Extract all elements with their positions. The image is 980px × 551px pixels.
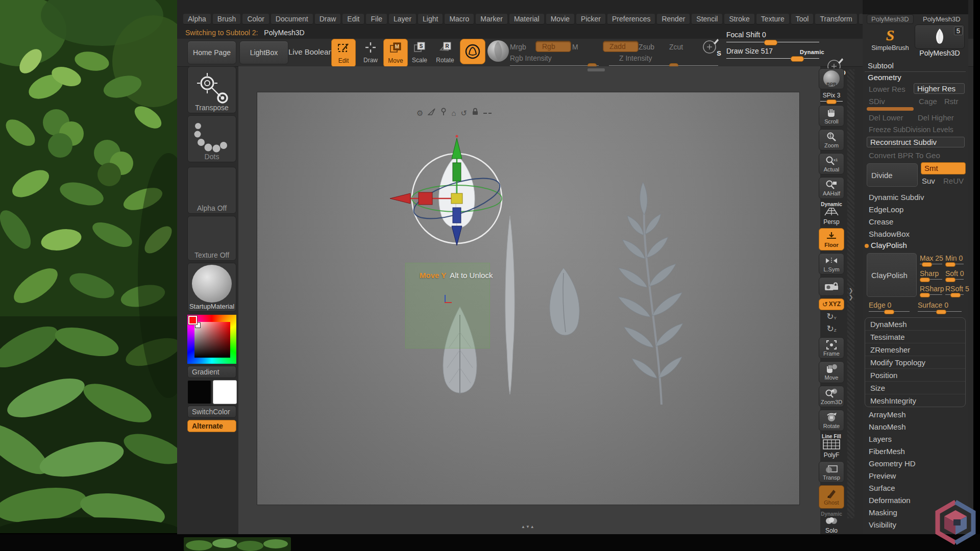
subtool-section-header[interactable]: Subtool — [868, 61, 894, 70]
geometry-tool-row[interactable]: ZRemesher — [865, 343, 965, 356]
gizmo-z-arrow[interactable] — [452, 226, 462, 245]
divide-button[interactable]: Divide — [867, 163, 918, 187]
draw-size-handle[interactable] — [791, 56, 804, 62]
alternate-button[interactable]: Alternate — [187, 420, 236, 432]
canvas-area[interactable]: ⚙ ⌂ ↺ — [238, 66, 820, 534]
menu-item[interactable]: Stencil — [692, 14, 722, 24]
rotate-y-button[interactable]: ↻Y — [826, 313, 837, 322]
local-symmetry-button[interactable]: L.Sym — [819, 253, 844, 274]
subpalette-row[interactable]: Surface — [863, 482, 968, 494]
tool-tab-1[interactable]: PolyMesh3D — [867, 14, 914, 24]
menu-item[interactable]: Tool — [791, 14, 814, 24]
menu-item[interactable]: Edit — [342, 14, 364, 24]
menu-item[interactable]: Preferences — [607, 14, 655, 24]
menu-item[interactable]: File — [366, 14, 387, 24]
zoom3d-button[interactable]: Zoom3D — [819, 386, 844, 407]
gizmo-center-handle[interactable] — [451, 193, 462, 204]
gizmo-y-arrow[interactable] — [452, 138, 462, 159]
convert-bpr-button[interactable]: Convert BPR To Geo — [869, 151, 940, 160]
subpalette-row[interactable]: NanoMesh — [863, 420, 968, 433]
bpr-button[interactable]: BPR — [819, 68, 844, 89]
hue-cursor[interactable] — [188, 316, 197, 324]
geometry-tool-row[interactable]: MeshIntegrity — [865, 394, 965, 407]
startup-material-tile[interactable]: StartupMaterial — [187, 263, 236, 312]
frame-button[interactable]: Frame — [819, 337, 844, 359]
focal-shift-slider[interactable] — [726, 42, 819, 42]
dynamic-draw-size-label[interactable]: Dynamic — [800, 49, 824, 55]
subsection-header[interactable]: Dynamic Subdiv — [863, 191, 968, 203]
del-lower-button[interactable]: Del Lower — [869, 113, 903, 122]
edge-slider[interactable] — [869, 311, 910, 312]
cp-max-slider[interactable] — [920, 264, 942, 264]
sdiv-slider[interactable] — [867, 107, 914, 111]
transp-button[interactable]: Transp — [819, 461, 844, 483]
surface-slider[interactable] — [918, 311, 962, 312]
leaf-blade[interactable] — [505, 216, 514, 394]
spix-handle[interactable] — [826, 99, 837, 104]
gizmo-x-handle[interactable] — [419, 192, 432, 205]
subsection-header[interactable]: Crease — [863, 215, 968, 228]
del-higher-button[interactable]: Del Higher — [918, 113, 954, 122]
gradient-button[interactable]: Gradient — [187, 366, 236, 378]
reuv-button[interactable]: ReUV — [943, 177, 964, 185]
canvas-scroll-arrows[interactable]: ▲▼▲ — [521, 524, 535, 529]
subpalette-row[interactable]: Layers — [863, 433, 968, 445]
menu-item[interactable]: Material — [509, 14, 544, 24]
live-boolean-button[interactable]: Live Boolean — [288, 47, 333, 56]
menu-item[interactable]: Stroke — [724, 14, 754, 24]
zcut-button[interactable]: Zcut — [669, 43, 683, 51]
mrgb-button[interactable]: Mrgb — [510, 43, 526, 51]
stroke-s-icon[interactable]: S — [702, 37, 720, 56]
geometry-tool-row[interactable]: Tessimate — [865, 330, 965, 343]
higher-res-button[interactable]: Higher Res — [914, 83, 965, 94]
rotate-z-button[interactable]: ↻Z — [826, 325, 836, 335]
edit-mode-button[interactable]: Edit — [331, 39, 356, 67]
zoom-button[interactable]: Zoom — [819, 129, 844, 151]
actual-button[interactable]: x1 Actual — [819, 153, 844, 174]
geometry-tool-row[interactable]: Modify Topology — [865, 356, 965, 368]
menu-item[interactable]: Texture — [756, 14, 789, 24]
menu-item[interactable]: Layer — [389, 14, 416, 24]
menu-item[interactable]: Movie — [546, 14, 574, 24]
cp-soft-slider[interactable] — [945, 279, 964, 280]
tool-tab-2[interactable]: PolyMesh3D — [923, 15, 961, 23]
zadd-button[interactable]: Zadd — [603, 41, 639, 52]
suv-button[interactable]: Suv — [922, 177, 935, 185]
switch-color-button[interactable]: SwitchColor — [187, 406, 236, 418]
aahalf-button[interactable]: AAHalf — [819, 177, 844, 198]
floor-button[interactable]: Floor — [819, 228, 844, 251]
solo-button[interactable]: Dynamic Solo — [821, 511, 842, 534]
subsection-header[interactable]: EdgeLoop — [863, 203, 968, 215]
menu-item[interactable]: Transform — [815, 14, 856, 24]
color-picker-sv[interactable] — [194, 322, 230, 358]
rstr-button[interactable]: Rstr — [944, 97, 959, 106]
gizmo-z-handle[interactable] — [453, 208, 461, 223]
menu-item[interactable]: Macro — [445, 14, 474, 24]
main-color-swatch[interactable] — [187, 380, 211, 404]
lightbox-button[interactable]: LightBox — [239, 41, 288, 64]
menu-item[interactable]: Light — [418, 14, 443, 24]
menu-item[interactable]: Alpha — [183, 14, 211, 24]
geometry-tool-row[interactable]: DynaMesh — [865, 318, 965, 330]
reconstruct-subdiv-button[interactable]: Reconstruct Subdiv — [867, 137, 965, 147]
zsub-button[interactable]: Zsub — [639, 43, 654, 51]
smt-button[interactable]: Smt — [921, 162, 966, 174]
cp-sharp-slider[interactable] — [920, 279, 942, 280]
freeze-subdiv-button[interactable]: Freeze SubDivision Levels — [869, 126, 953, 134]
spix-slider[interactable]: SPix 3 — [820, 92, 843, 103]
cp-rsoft-slider[interactable] — [945, 294, 964, 295]
claypolish-button[interactable]: ClayPolish — [867, 253, 917, 297]
rgb-intensity-slider[interactable] — [510, 65, 599, 66]
menu-item[interactable]: Render — [657, 14, 690, 24]
gizmo-x-arrow[interactable] — [390, 193, 410, 204]
lower-res-button[interactable]: Lower Res — [869, 85, 905, 93]
shelf-scrollbar[interactable]: ❯❯ — [847, 69, 854, 518]
persp-button[interactable]: Dynamic Persp — [821, 202, 842, 226]
focal-shift-handle[interactable] — [764, 40, 777, 45]
leaf-branch[interactable] — [616, 182, 685, 405]
current-tool-tile[interactable]: 5 PolyMesh3D — [915, 24, 965, 57]
material-sphere-button[interactable] — [487, 40, 509, 62]
rgb-button[interactable]: Rgb — [535, 41, 571, 52]
subpalette-row[interactable]: Geometry HD — [863, 457, 968, 469]
claypolish-section-header[interactable]: ClayPolish — [871, 241, 907, 249]
